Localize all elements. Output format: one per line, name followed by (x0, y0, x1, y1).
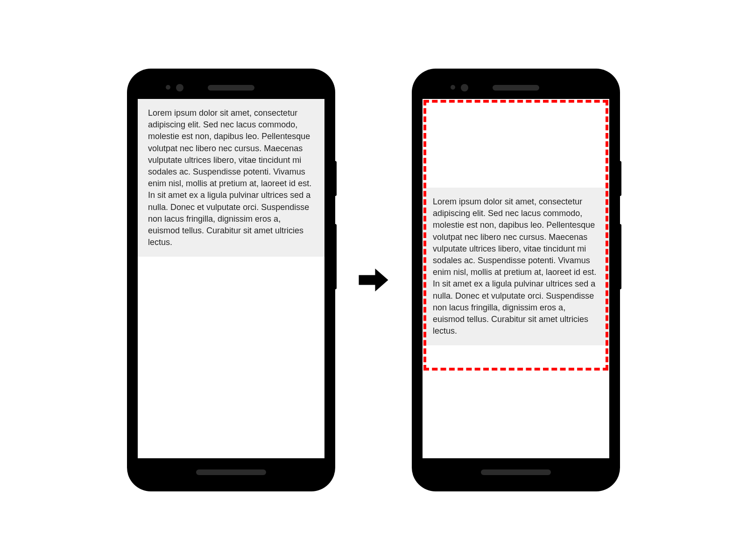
phone-screen-right: Lorem ipsum dolor sit amet, consectetur … (423, 99, 609, 458)
content-text-block: Lorem ipsum dolor sit amet, consectetur … (138, 99, 324, 257)
phone-volume-button (619, 224, 621, 289)
phone-mockup-left: Lorem ipsum dolor sit amet, consectetur … (128, 70, 334, 490)
svg-marker-0 (359, 269, 388, 292)
phone-sensor (166, 85, 170, 90)
arrow-right-icon (357, 264, 390, 296)
phone-screen-left: Lorem ipsum dolor sit amet, consectetur … (138, 99, 324, 458)
phone-frame: Lorem ipsum dolor sit amet, consectetur … (133, 75, 329, 485)
phone-speaker-top (493, 85, 539, 91)
phone-camera (176, 84, 183, 91)
phone-speaker-top (208, 85, 254, 91)
phone-power-button (619, 161, 621, 196)
body-text: Lorem ipsum dolor sit amet, consectetur … (148, 108, 311, 247)
phone-speaker-bottom (481, 469, 551, 475)
phone-speaker-bottom (196, 469, 266, 475)
phone-sensor (451, 85, 455, 90)
phone-mockup-right: Lorem ipsum dolor sit amet, consectetur … (413, 70, 619, 490)
phone-frame: Lorem ipsum dolor sit amet, consectetur … (418, 75, 614, 485)
phone-volume-button (334, 224, 337, 289)
content-text-block: Lorem ipsum dolor sit amet, consectetur … (423, 188, 609, 345)
phone-camera (461, 84, 468, 91)
body-text: Lorem ipsum dolor sit amet, consectetur … (433, 197, 596, 336)
phone-power-button (334, 161, 337, 196)
diagram-container: Lorem ipsum dolor sit amet, consectetur … (0, 0, 747, 560)
